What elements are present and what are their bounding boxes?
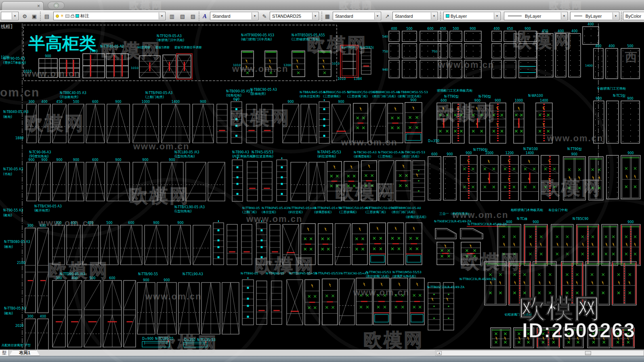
svg-text:(三层玻璃门柜): (三层玻璃门柜) [365, 210, 386, 214]
svg-text:N-TCL80-05 /A3: N-TCL80-05 /A3 [174, 151, 199, 154]
table-style-button[interactable]: ▦ [323, 12, 332, 21]
svg-text:900: 900 [200, 100, 206, 104]
svg-text:D=900: D=900 [142, 337, 153, 341]
layer-isolate-icon: ▨ [191, 13, 195, 19]
svg-text:300: 300 [56, 276, 62, 280]
svg-text:900: 900 [115, 158, 121, 162]
svg-text:1400: 1400 [526, 151, 534, 155]
current-layer-name: 标注 [80, 13, 89, 19]
svg-text:450: 450 [56, 100, 62, 104]
svg-text:1000: 1000 [485, 151, 493, 155]
layer-on-bulb-icon[interactable] [56, 15, 59, 18]
plot-style-dropdown[interactable]: ByColor [623, 12, 644, 20]
svg-text:(斜拉篮柜): (斜拉篮柜) [288, 210, 303, 214]
svg-text:900: 900 [596, 97, 602, 100]
svg-text:N-TTD0P45-05+53: N-TTD0P45-05+53 [289, 272, 317, 275]
svg-text:N-TTD90-05 /A3: N-TTD90-05 /A3 [60, 272, 85, 276]
scrollbar-thumb[interactable] [585, 351, 591, 355]
svg-text:N-T90E9C23LR-45/49-ZA: N-T90E9C23LR-45/49-ZA [434, 220, 472, 223]
svg-text:(书柜): (书柜) [3, 172, 12, 176]
scroll-left-button[interactable]: ◂ [436, 351, 442, 355]
toolbar-separator [621, 12, 622, 21]
svg-text:N-TTRJ90-55: N-TTRJ90-55 [266, 272, 284, 275]
svg-text:2100: 2100 [17, 261, 25, 265]
svg-text:N-TB5C90: N-TB5C90 [573, 217, 588, 221]
svg-text:(单玻璃门)(中高柜): (单玻璃门)(中高柜) [157, 38, 184, 42]
svg-text:600: 600 [92, 100, 98, 104]
svg-text:(L型转角高柜): (L型转角高柜) [174, 155, 195, 158]
svg-text:500: 500 [627, 44, 633, 48]
settings-gear-button[interactable]: ⚙ [20, 12, 29, 21]
svg-text:D=350: D=350 [428, 139, 439, 143]
mleader-style-button[interactable]: ↗ [383, 12, 392, 21]
svg-text:300: 300 [55, 221, 61, 225]
svg-text:窗板5调整: 窗板5调整 [155, 46, 170, 49]
svg-text:1000: 1000 [142, 100, 150, 104]
svg-text:(斜角拉篮柜类): (斜角拉篮柜类) [300, 94, 320, 98]
lineweight-dropdown[interactable]: ByLayer ▾ [570, 12, 619, 20]
chevron-down-icon[interactable]: ▾ [431, 13, 437, 19]
horizontal-scrollbar[interactable]: ◂ [435, 350, 644, 356]
chevron-down-icon[interactable]: ▾ [12, 13, 18, 19]
layer-previous-button[interactable]: ▧ [178, 12, 187, 21]
svg-text:1200: 1200 [506, 151, 514, 155]
drawing-canvas[interactable]: 9001400101010101200101040054050060075094… [0, 22, 644, 349]
object-color-dropdown[interactable]: ByLayer ▾ [443, 12, 501, 20]
chevron-down-icon[interactable]: ▾ [312, 13, 318, 19]
svg-text:900: 900 [153, 221, 159, 225]
svg-text:(斜拉篮饰柜): (斜拉篮饰柜) [317, 155, 336, 158]
toolbar-separator [321, 12, 323, 21]
chevron-down-icon[interactable]: ▾ [494, 13, 500, 19]
svg-text:(玻璃拉篮高柜): (玻璃拉篮高柜) [406, 215, 426, 219]
svg-text:900: 900 [287, 100, 294, 104]
new-tab-button[interactable]: + [48, 2, 65, 9]
chevron-down-icon[interactable]: ▾ [561, 13, 567, 19]
viewport-button[interactable]: ▣ [30, 12, 39, 21]
tab-layout1[interactable]: 布局1 [9, 350, 40, 356]
chevron-down-icon[interactable]: ▾ [374, 13, 380, 19]
svg-text:N-TBC90-05-A3: N-TBC90-05-A3 [354, 151, 377, 154]
chevron-down-icon[interactable]: ▾ [613, 13, 619, 19]
svg-text:(转角端柜): (转角端柜) [226, 94, 241, 97]
svg-text:N-TTB0P45-05+A3: N-TTB0P45-05+A3 [288, 206, 316, 210]
plot-style-value: ByColor [625, 14, 641, 19]
file-tab[interactable]: × [2, 1, 44, 10]
layer-plot-icon[interactable] [65, 15, 69, 18]
svg-text:N-TTB/CL90-05 /A3: N-TTB/CL90-05 /A3 [174, 205, 205, 209]
tab-model[interactable]: 型 [0, 350, 9, 356]
mleader-style-value: Standard [395, 14, 413, 19]
text-style-button[interactable]: A [200, 12, 209, 21]
drawing-area[interactable]: 9001400101010101200101040054050060075094… [0, 22, 644, 349]
layer-freeze-sun-icon[interactable]: ☀ [60, 14, 64, 18]
svg-text:(需拆1T单板柜): (需拆1T单板柜) [3, 61, 26, 65]
layer-lock-icon[interactable] [71, 15, 74, 18]
layer-dropdown[interactable]: ☀ 标注 ▾ [53, 12, 166, 20]
svg-text:N-TTF40-05-A2: N-TTF40-05-A2 [100, 45, 124, 48]
lineweight-value: ByLayer [585, 14, 602, 19]
mleader-style-dropdown[interactable]: Standard ▾ [392, 12, 438, 20]
svg-text:N-HTFB5D05-05 A55: N-HTFB5D05-05 A55 [292, 33, 325, 37]
svg-text:有合金门中柜: 有合金门中柜 [548, 208, 568, 212]
svg-text:(三层玻璃柜): (三层玻璃柜) [323, 94, 340, 98]
text-style-dropdown[interactable]: Standard ▾ [210, 12, 258, 20]
chevron-down-icon[interactable]: ▾ [159, 13, 165, 19]
svg-text:540: 540 [382, 35, 388, 38]
svg-text:N-TT90型: N-TT90型 [473, 148, 488, 152]
table-style-dropdown[interactable]: Standard ▾ [333, 12, 381, 20]
dim-style-dropdown[interactable]: STANDARD25 ▾ [270, 12, 319, 20]
svg-text:1010: 1010 [131, 66, 138, 70]
close-tab-icon[interactable]: × [37, 3, 40, 9]
dim-style-button[interactable]: ✎ [260, 12, 269, 21]
linetype-dropdown[interactable]: ByLayer ▾ [504, 12, 568, 20]
svg-text:专题玻璃门工艺饰柜: 专题玻璃门工艺饰柜 [597, 87, 626, 90]
workspace-dropdown[interactable]: ▾ [1, 12, 19, 20]
svg-text:900: 900 [177, 221, 183, 225]
svg-text:400: 400 [71, 276, 78, 280]
chevron-down-icon[interactable]: ▾ [252, 13, 258, 19]
layer-states-button[interactable]: ▥ [167, 12, 177, 21]
svg-text:900: 900 [495, 99, 501, 103]
layer-properties-button[interactable]: ▤ [42, 12, 52, 21]
svg-text:N-TB80C/50-05-53: N-TB80C/50-05-53 [323, 90, 351, 94]
svg-text:(敞柜): (敞柜) [4, 245, 13, 249]
layer-isolate-button[interactable]: ▨ [188, 12, 198, 21]
